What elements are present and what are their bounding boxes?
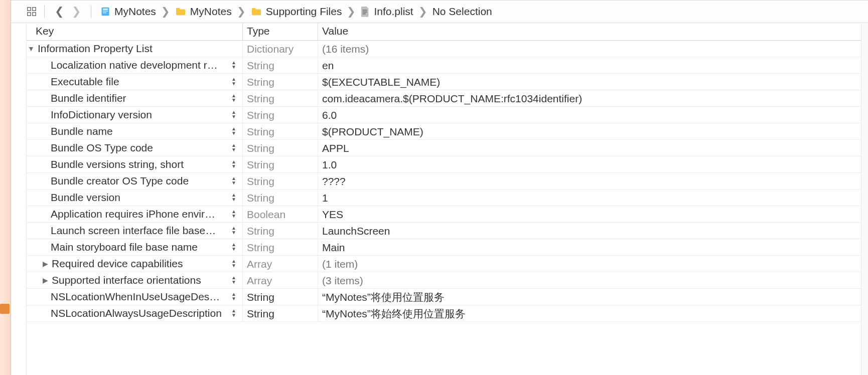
column-header-key[interactable]: Key [27, 23, 242, 41]
key-text: Supported interface orientations [52, 273, 228, 287]
plist-key-cell[interactable]: Launch screen interface file base…▲▼ [27, 223, 242, 239]
back-button[interactable]: ❮ [52, 5, 67, 18]
plist-value-cell[interactable]: “MyNotes”将使用位置服务 [318, 289, 861, 305]
key-stepper[interactable]: ▲▼ [231, 176, 238, 185]
plist-value-cell[interactable]: $(PRODUCT_NAME) [318, 123, 861, 140]
plist-key-cell[interactable]: Bundle identifier▲▼ [27, 90, 242, 107]
key-text: Bundle versions string, short [51, 157, 228, 171]
key-stepper[interactable]: ▲▼ [231, 127, 238, 136]
disclosure-triangle-icon[interactable]: ▶ [42, 273, 49, 287]
folder-icon [251, 7, 262, 16]
plist-key-cell[interactable]: Executable file▲▼ [27, 74, 242, 90]
breadcrumb-label: MyNotes [190, 6, 232, 18]
plist-type-cell[interactable]: String [242, 107, 318, 123]
plist-type-cell[interactable]: String [242, 305, 318, 322]
key-stepper[interactable]: ▲▼ [231, 110, 238, 119]
breadcrumb-project[interactable]: MyNotes [98, 5, 158, 19]
plist-key-cell[interactable]: ▶Supported interface orientations▲▼ [27, 272, 242, 289]
separator [44, 5, 45, 18]
svg-rect-10 [363, 14, 366, 15]
plist-key-cell[interactable]: InfoDictionary version▲▼ [27, 107, 242, 123]
plist-type-cell[interactable]: String [242, 173, 318, 190]
plist-key-cell[interactable]: Localization native development r…▲▼ [27, 57, 242, 74]
plist-key-cell[interactable]: Bundle name▲▼ [27, 123, 242, 140]
key-stepper[interactable]: ▲▼ [231, 243, 238, 252]
key-stepper[interactable]: ▲▼ [231, 193, 238, 202]
plist-key-cell[interactable]: Bundle version▲▼ [27, 190, 242, 206]
key-text: Bundle identifier [51, 91, 228, 105]
related-items-icon[interactable] [26, 6, 37, 17]
key-stepper[interactable]: ▲▼ [231, 210, 238, 219]
plist-value-cell[interactable]: LaunchScreen [318, 223, 861, 239]
plist-value-cell[interactable]: ???? [318, 173, 861, 190]
plist-type-cell[interactable]: String [242, 289, 318, 305]
plist-type-cell[interactable]: String [242, 223, 318, 239]
separator [91, 5, 91, 18]
plist-type-cell[interactable]: Array [242, 256, 318, 272]
chevron-right-icon: ❯ [236, 6, 247, 18]
plist-value-cell[interactable]: com.ideacamera.$(PRODUCT_NAME:rfc1034ide… [318, 90, 861, 107]
breadcrumb-selection[interactable]: No Selection [430, 5, 494, 19]
plist-root-key[interactable]: ▼ Information Property List [27, 41, 242, 57]
plist-type-cell[interactable]: String [242, 90, 318, 107]
plist-value-cell[interactable]: YES [318, 206, 861, 223]
key-text: Required device capabilities [52, 257, 228, 271]
plist-type-cell[interactable]: Boolean [242, 206, 318, 223]
key-stepper[interactable]: ▲▼ [231, 309, 238, 318]
plist-value-cell[interactable]: 1.0 [318, 156, 861, 173]
plist-type-cell[interactable]: String [242, 123, 318, 140]
column-header-value[interactable]: Value [318, 23, 861, 41]
key-stepper[interactable]: ▲▼ [231, 276, 238, 285]
key-stepper[interactable]: ▲▼ [231, 160, 238, 169]
plist-key-cell[interactable]: ▶Required device capabilities▲▼ [27, 256, 242, 272]
key-stepper[interactable]: ▲▼ [231, 226, 238, 235]
plist-root-type[interactable]: Dictionary [242, 41, 318, 57]
editor-pane: ❮ ❯ MyNotes ❯ MyNotes ❯ Supporting Files… [11, 0, 868, 375]
disclosure-triangle-icon[interactable]: ▼ [28, 42, 35, 56]
breadcrumb-subgroup[interactable]: Supporting Files [249, 5, 344, 19]
plist-type-cell[interactable]: Array [242, 272, 318, 289]
plist-type-cell[interactable]: String [242, 156, 318, 173]
key-text: NSLocationAlwaysUsageDescription [51, 306, 228, 320]
plist-type-cell[interactable]: String [242, 190, 318, 206]
plist-key-cell[interactable]: Bundle OS Type code▲▼ [27, 140, 242, 156]
key-text: Bundle version [51, 191, 228, 205]
plist-editor[interactable]: Key Type Value ▼ Information Property Li… [26, 23, 861, 375]
plist-type-cell[interactable]: String [242, 239, 318, 256]
chevron-right-icon: ❯ [417, 6, 428, 18]
key-stepper[interactable]: ▲▼ [231, 77, 238, 86]
plist-value-cell[interactable]: $(EXECUTABLE_NAME) [318, 74, 861, 90]
plist-type-cell[interactable]: String [242, 140, 318, 156]
key-text: Executable file [51, 75, 228, 89]
plist-key-cell[interactable]: NSLocationAlwaysUsageDescription▲▼ [27, 305, 242, 322]
key-text: Localization native development r… [51, 58, 228, 72]
key-stepper[interactable]: ▲▼ [231, 143, 238, 152]
key-stepper[interactable]: ▲▼ [231, 61, 238, 70]
plist-key-cell[interactable]: Main storyboard file base name▲▼ [27, 239, 242, 256]
plist-type-cell[interactable]: String [242, 57, 318, 74]
breadcrumb-label: Supporting Files [266, 6, 342, 18]
plist-key-cell[interactable]: Application requires iPhone envir…▲▼ [27, 206, 242, 223]
breadcrumb-file[interactable]: Info.plist [359, 5, 415, 19]
disclosure-triangle-icon[interactable]: ▶ [42, 257, 49, 271]
gutter-marker [0, 304, 10, 314]
key-stepper[interactable]: ▲▼ [231, 292, 238, 301]
plist-value-cell[interactable]: 1 [318, 190, 861, 206]
plist-key-cell[interactable]: Bundle versions string, short▲▼ [27, 156, 242, 173]
plist-value-cell[interactable]: Main [318, 239, 861, 256]
plist-key-cell[interactable]: NSLocationWhenInUseUsageDes…▲▼ [27, 289, 242, 305]
plist-root-value: (16 items) [318, 41, 861, 57]
key-stepper[interactable]: ▲▼ [231, 94, 238, 103]
plist-value-cell[interactable]: APPL [318, 140, 861, 156]
plist-key-cell[interactable]: Bundle creator OS Type code▲▼ [27, 173, 242, 190]
key-stepper[interactable]: ▲▼ [231, 259, 238, 268]
column-header-type[interactable]: Type [242, 23, 318, 41]
plist-value-cell[interactable]: 6.0 [318, 107, 861, 123]
plist-value-cell[interactable]: “MyNotes”将始终使用位置服务 [318, 305, 861, 322]
plist-type-cell[interactable]: String [242, 74, 318, 90]
plist-value-cell[interactable]: en [318, 57, 861, 74]
forward-button[interactable]: ❯ [69, 5, 84, 18]
key-text: Information Property List [38, 42, 238, 56]
scrollbar-track[interactable] [861, 23, 868, 375]
breadcrumb-group[interactable]: MyNotes [173, 5, 234, 19]
